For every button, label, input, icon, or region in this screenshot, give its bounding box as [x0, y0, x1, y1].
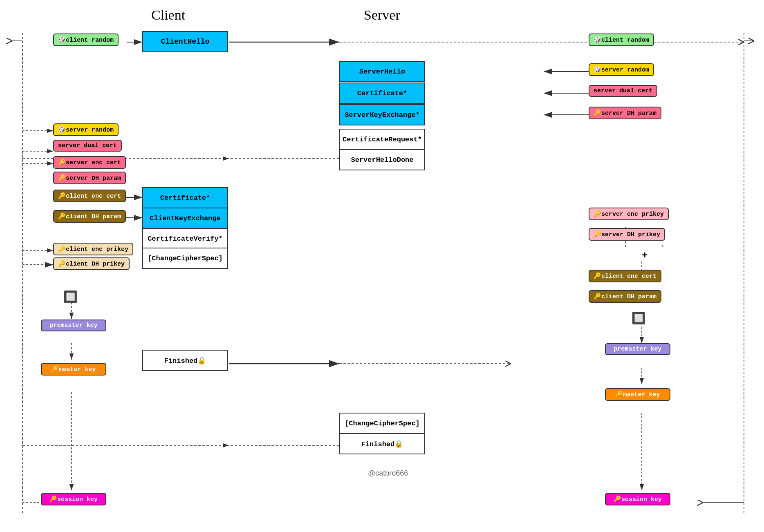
- server-random-client: 🎲server random: [53, 123, 119, 136]
- client-hello-box: ClientHello: [142, 31, 228, 52]
- client-dh-prikey-left: 🔑client DH prikey: [53, 257, 130, 270]
- certificate-verify-box: CertificateVerify*: [142, 228, 228, 249]
- change-cipher-spec-server: [ChangeCipherSpec]: [339, 413, 425, 434]
- certificate-request-box: CertificateRequest*: [339, 129, 425, 150]
- certificate-box-client: Certificate*: [142, 187, 228, 208]
- client-dh-param-server: 🔑client DH param: [589, 290, 661, 303]
- server-key-exchange-box: ServerKeyExchange*: [339, 104, 425, 125]
- client-key-exchange-box: ClientKeyExchange: [142, 208, 228, 229]
- server-hello-done-box: ServerHelloDone: [339, 149, 425, 170]
- server-dh-param-pill: 🔑server DH param: [589, 107, 661, 119]
- master-key-server: 🔑master key: [605, 388, 670, 401]
- server-header: Server: [364, 7, 400, 23]
- client-enc-cert-server: 🔑client enc cert: [589, 270, 661, 282]
- server-enc-cert-client: 🔑server enc cert: [53, 156, 126, 169]
- compute-icon-server: 🔲: [632, 311, 646, 325]
- client-header: Client: [151, 7, 185, 23]
- server-dual-cert-pill: server dual cert: [589, 85, 657, 97]
- premaster-key-client: premaster key: [41, 320, 106, 331]
- server-dh-prikey: 🔑server DH prikey: [589, 228, 665, 241]
- certificate-box-server: Certificate*: [339, 83, 425, 104]
- change-cipher-spec-client: [ChangeCipherSpec]: [142, 248, 228, 269]
- client-dh-param-left: 🔑client DH param: [53, 210, 126, 223]
- diagram: Client Server: [0, 0, 764, 532]
- server-enc-prikey: 🔑server enc prikey: [589, 208, 669, 220]
- server-dual-cert-client: server dual cert: [53, 140, 122, 152]
- client-enc-prikey-left: 🔑client enc prikey: [53, 243, 133, 255]
- client-random-server: 🎲client random: [589, 34, 654, 46]
- server-hello-box: ServerHello: [339, 61, 425, 82]
- session-key-server: 🔑session key: [605, 493, 670, 505]
- server-dh-param-client: 🔑server DH param: [53, 172, 126, 184]
- session-key-client: 🔑session key: [41, 493, 106, 505]
- premaster-key-server: premaster key: [605, 343, 670, 355]
- finished-client-box: Finished🔒: [142, 350, 228, 371]
- finished-server-box: Finished🔒: [339, 433, 425, 454]
- watermark: @catbro666: [368, 469, 408, 478]
- client-random-left: 🎲client random: [53, 34, 119, 46]
- plus-sign: +: [642, 250, 647, 261]
- server-random-pill: 🎲server random: [589, 63, 654, 76]
- master-key-client: 🔑master key: [41, 363, 106, 376]
- client-enc-cert-left: 🔑client enc cert: [53, 190, 126, 202]
- compute-icon-client: 🔲: [63, 290, 78, 304]
